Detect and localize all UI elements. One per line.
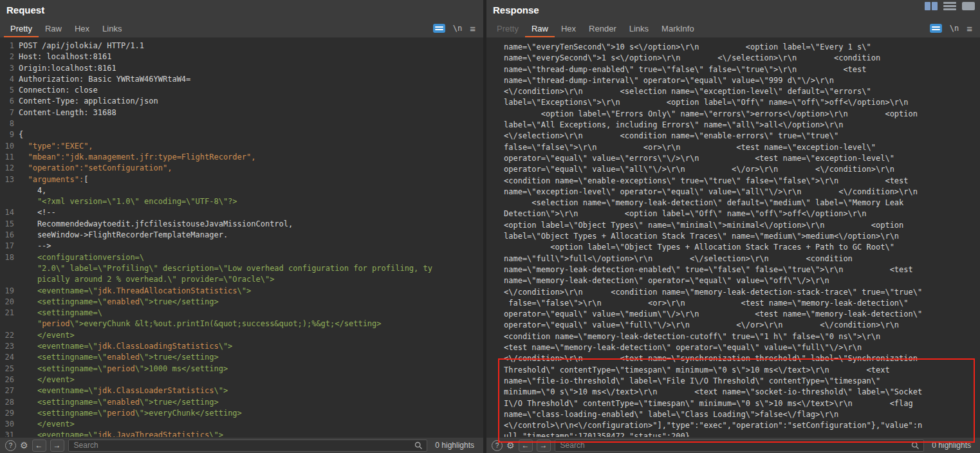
response-code-line: <option label=\"Errors Only\" name=\"err… bbox=[504, 109, 980, 120]
request-search-bar: ? ⚙ ← → 0 highlights bbox=[0, 437, 483, 453]
search-settings-gear-icon[interactable]: ⚙ bbox=[506, 441, 515, 450]
request-code-line: 21 <settingname=\ bbox=[0, 308, 483, 319]
response-code-line: <\/condition>\r\n <text name=\"synchroni… bbox=[504, 353, 980, 364]
request-code-line: 12 "operation":"setConfiguration", bbox=[0, 163, 483, 174]
response-editor[interactable]: name=\"everyTenSecond\">10 s<\/option>\r… bbox=[486, 38, 980, 437]
request-code-line: 14 <!-- bbox=[0, 207, 483, 218]
tab-render[interactable]: Render bbox=[582, 19, 623, 37]
request-code-line: 19 <eventname=\"jdk.ThreadAllocationStat… bbox=[0, 286, 483, 297]
tab-raw[interactable]: Raw bbox=[39, 19, 68, 37]
response-code-line: label=\"Exceptions\">\r\n <option label=… bbox=[504, 97, 980, 108]
request-code-line: 23 <eventname=\"jdk.ClassLoadingStatisti… bbox=[0, 341, 483, 352]
request-panel-header: Request bbox=[0, 0, 483, 19]
request-panel: Request PrettyRawHexLinks \n ≡ 1POST /ap… bbox=[0, 0, 483, 453]
request-code-line: "2.0\" label=\"Profiling\" description=\… bbox=[0, 263, 483, 274]
repeater-view: Request PrettyRawHexLinks \n ≡ 1POST /ap… bbox=[0, 0, 980, 453]
request-code-line: 31 <eventname=\"jdk.JavaThreadStatistics… bbox=[0, 430, 483, 437]
search-help-icon[interactable]: ? bbox=[5, 440, 16, 451]
tab-hex[interactable]: Hex bbox=[68, 19, 96, 37]
response-code-line: name=\"thread-dump-interval\" operator=\… bbox=[504, 75, 980, 86]
tab-pretty[interactable]: Pretty bbox=[4, 19, 39, 37]
request-code-line: 11 "mbean":"jdk.management.jfr:type=Flig… bbox=[0, 152, 483, 163]
request-code-line: 6Content-Type: application/json bbox=[0, 96, 483, 107]
tab-raw[interactable]: Raw bbox=[525, 19, 555, 37]
request-code-line: 7Content-Length: 31688 bbox=[0, 107, 483, 118]
response-code-line: operator=\"equal\" value=\"medium\"\/>\r… bbox=[504, 309, 980, 320]
request-code-line: 10 "type":"EXEC", bbox=[0, 141, 483, 152]
search-icon bbox=[911, 441, 920, 450]
panel-menu-icon[interactable]: ≡ bbox=[470, 24, 476, 33]
tab-hex[interactable]: Hex bbox=[555, 19, 582, 37]
response-code-line: name=\"class-loading-enabled\" label=\"C… bbox=[504, 409, 980, 420]
response-search-input[interactable] bbox=[559, 440, 908, 450]
response-code-line: <test name=\"memory-leak-detection\" ope… bbox=[504, 342, 980, 353]
panel-menu-icon[interactable]: ≡ bbox=[966, 24, 972, 33]
request-highlights-count: 0 highlights bbox=[431, 441, 478, 450]
show-nonprintable-toggle[interactable]: \n bbox=[950, 24, 959, 33]
layout-columns-icon[interactable] bbox=[925, 2, 938, 10]
request-code-line: 24 <settingname=\"enabled\">true</settin… bbox=[0, 352, 483, 363]
request-code-line: 1POST /api/jolokia/ HTTP/1.1 bbox=[0, 41, 483, 51]
request-code-line: 25 <settingname=\"period\">1000 ms</sett… bbox=[0, 364, 483, 374]
tab-links[interactable]: Links bbox=[623, 19, 655, 37]
layout-maximize-icon[interactable] bbox=[962, 2, 975, 10]
request-code-line: "<?xml version=\"1.0\" encoding=\"UTF-8\… bbox=[0, 196, 483, 207]
search-help-icon[interactable]: ? bbox=[492, 440, 503, 451]
request-code-line: 26 </event> bbox=[0, 374, 483, 385]
search-settings-gear-icon[interactable]: ⚙ bbox=[20, 441, 28, 450]
response-code-line: name=\"full\">full<\/option>\r\n <\/sele… bbox=[504, 254, 980, 264]
response-tab-icons: \n ≡ bbox=[930, 24, 972, 33]
request-search-input[interactable] bbox=[73, 440, 411, 450]
response-panel-title: Response bbox=[493, 5, 539, 15]
search-next-button[interactable]: → bbox=[537, 439, 551, 452]
syntax-highlight-icon[interactable] bbox=[433, 24, 445, 33]
request-code-line: 5Connection: close bbox=[0, 85, 483, 96]
request-code-line: 20 <settingname=\"enabled\">true</settin… bbox=[0, 297, 483, 308]
request-code-line: 22 </event> bbox=[0, 330, 483, 341]
response-code-line: label=\"All Exceptions, including Errors… bbox=[504, 120, 980, 131]
response-code-line: name=\"everyTenSecond\">10 s<\/option>\r… bbox=[504, 42, 980, 53]
response-code-line: Threshold\" contentType=\"timespan\" min… bbox=[504, 365, 980, 376]
search-next-button[interactable]: → bbox=[50, 439, 64, 452]
tab-links[interactable]: Links bbox=[96, 19, 128, 37]
request-code-line: 13 "arguments":[ bbox=[0, 174, 483, 185]
response-code-line: <\/control>\r\n<\/configuration>"],"type… bbox=[504, 420, 980, 431]
response-code-line: false=\"false\">\r\n <or>\r\n <test name… bbox=[504, 142, 980, 153]
syntax-highlight-icon[interactable] bbox=[930, 24, 942, 33]
show-nonprintable-toggle[interactable]: \n bbox=[453, 24, 462, 33]
request-code-line: 4Authorization: Basic YWRtaW46YWRtaW4= bbox=[0, 74, 483, 85]
request-code-line: 8 bbox=[0, 118, 483, 129]
request-code-line: 15 Recommendedwaytoedit.jfcfilesistouseJ… bbox=[0, 219, 483, 230]
response-code-line: I\/O Threshold\" contentType=\"timespan\… bbox=[504, 398, 980, 409]
response-code-line: name=\"memory-leak-detection\" operator=… bbox=[504, 275, 980, 286]
request-code-line: "period\">everyChunk &lt;%out.printIn(&q… bbox=[0, 319, 483, 329]
response-code-line: <\/selection>\r\n <condition name=\"enab… bbox=[504, 131, 980, 142]
request-code-line: 16 seeWindow->FlightRecorderTemplateMana… bbox=[0, 230, 483, 241]
response-code-line: minimum=\"0 s\">10 ms<\/text>\r\n <text … bbox=[504, 387, 980, 398]
request-tabs: PrettyRawHexLinks bbox=[4, 19, 128, 37]
request-editor[interactable]: 1POST /api/jolokia/ HTTP/1.12Host: local… bbox=[0, 38, 483, 437]
response-code-line: label=\"Object Types + Allocation Stack … bbox=[504, 231, 980, 242]
tab-markinfo[interactable]: MarkInfo bbox=[655, 19, 701, 37]
request-panel-title: Request bbox=[6, 5, 44, 15]
response-search-bar: ? ⚙ ← → 0 highlights bbox=[486, 437, 980, 453]
search-prev-button[interactable]: ← bbox=[32, 439, 46, 452]
response-code-line: <condition name=\"enable-exceptions\" tr… bbox=[504, 176, 980, 187]
response-code-line: name=\"memory-leak-detection-enabled\" t… bbox=[504, 264, 980, 275]
layout-buttons bbox=[925, 2, 975, 10]
request-code-line: 3Origin:localhost:8161 bbox=[0, 63, 483, 74]
response-code-line: Detection\">\r\n <option label=\"Off\" n… bbox=[504, 208, 980, 219]
request-code-line: 9{ bbox=[0, 129, 483, 140]
tab-pretty[interactable]: Pretty bbox=[490, 19, 525, 37]
response-code-line: operator=\"equal\" value=\"full\"\/>\r\n… bbox=[504, 320, 980, 331]
request-code-line: 28 <settingname=\"enabled\">true</settin… bbox=[0, 397, 483, 408]
request-code-line: 29 <settingname=\"period\">everyChunk</s… bbox=[0, 408, 483, 419]
layout-rows-icon[interactable] bbox=[943, 2, 956, 10]
request-code-line: 30 </event> bbox=[0, 419, 483, 430]
request-code-line: 18 <configurationversion=\ bbox=[0, 252, 483, 263]
response-code-line: false=\"false\">\r\n <or>\r\n <test name… bbox=[504, 298, 980, 309]
search-prev-button[interactable]: ← bbox=[519, 439, 533, 452]
response-highlights-count: 0 highlights bbox=[928, 441, 975, 450]
search-icon bbox=[414, 441, 423, 450]
response-search-field bbox=[555, 439, 925, 452]
